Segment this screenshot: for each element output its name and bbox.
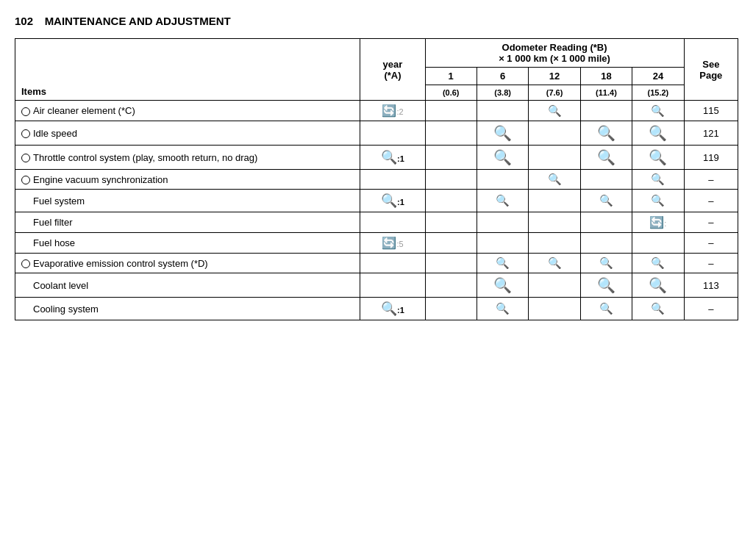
table-row: Idle speed🔍🔍🔍121 [15, 121, 738, 146]
see-page-value: – [708, 237, 713, 248]
see-page-cell: – [684, 233, 738, 254]
item-label: Cooling system [33, 304, 99, 315]
table-row: Cooling system🔍:1🔍🔍🔍– [15, 298, 738, 320]
odo_12-cell: 🔍 [529, 101, 580, 121]
odo-col-6-km: 6 [500, 71, 505, 82]
odo_6-cell: 🔍 [477, 190, 528, 212]
odo-col-18-km: 18 [601, 71, 611, 82]
item-cell: Fuel filter [15, 212, 360, 233]
item-cell: Fuel system [15, 190, 360, 212]
odo_12-cell [529, 233, 580, 254]
odo_18-cell: 🔍 [580, 121, 632, 146]
page-number: 102 [15, 15, 33, 27]
year-cell [360, 212, 425, 233]
odo_18-cell [580, 170, 632, 190]
odo_6-cell: 🔍 [477, 273, 528, 298]
odo_1-cell [425, 170, 477, 190]
odo_18-cell: 🔍 [580, 190, 632, 212]
page-header: 102 MAINTENANCE AND ADJUSTMENT [15, 15, 738, 27]
odo_24-cell: 🔍 [632, 298, 684, 320]
item-label: Fuel hose [33, 237, 75, 248]
odo_18-cell: 🔍 [580, 254, 632, 273]
year-cell [360, 254, 425, 273]
see-page-cell: – [684, 298, 738, 320]
circle-marker [21, 107, 30, 116]
odo_1-cell [425, 101, 477, 121]
header-row-1: Items year(*A) Odometer Reading (*B)× 1 … [15, 39, 738, 68]
odo_6-cell: 🔍 [477, 298, 528, 320]
item-label: Fuel filter [33, 217, 72, 228]
odo_1-cell [425, 190, 477, 212]
odo-col-24-km: 24 [653, 71, 663, 82]
odo-col-12-mile: (7.6) [546, 88, 563, 97]
year-cell: 🔄:5 [360, 233, 425, 254]
odo_1-cell [425, 254, 477, 273]
odo_12-cell [529, 190, 580, 212]
see-page-cell: 121 [684, 121, 738, 146]
year-cell [360, 170, 425, 190]
odo_18-cell [580, 233, 632, 254]
odo_6-cell [477, 233, 528, 254]
odo_12-cell [529, 212, 580, 233]
item-cell: Cooling system [15, 298, 360, 320]
odo_6-cell: 🔍 [477, 254, 528, 273]
year-cell: 🔄:2 [360, 101, 425, 121]
odo_1-cell [425, 121, 477, 146]
odo_12-cell [529, 273, 580, 298]
table-row: Evaporative emission control system (*D)… [15, 254, 738, 273]
table-row: Fuel hose🔄:5– [15, 233, 738, 254]
see-page-value: – [708, 304, 713, 315]
odo_12-cell [529, 298, 580, 320]
odo_6-cell: 🔍 [477, 146, 528, 170]
see-page-value: – [708, 195, 713, 207]
item-cell: Coolant level [15, 273, 360, 298]
odo_24-cell [632, 233, 684, 254]
see-page-cell: – [684, 254, 738, 273]
odo_24-cell: 🔍 [632, 170, 684, 190]
see-page-value: 119 [703, 152, 719, 163]
item-label: Throttle control system (play, smooth re… [33, 152, 257, 163]
table-row: Coolant level🔍🔍🔍113 [15, 273, 738, 298]
odo_24-cell: 🔍 [632, 254, 684, 273]
year-cell [360, 121, 425, 146]
odo_6-cell: 🔍 [477, 121, 528, 146]
odo_1-cell [425, 233, 477, 254]
year-cell: 🔍:1 [360, 146, 425, 170]
odo-col-1-mile: (0.6) [443, 88, 460, 97]
item-cell: Engine vacuum synchronization [15, 170, 360, 190]
odo_24-cell: 🔄: [632, 212, 684, 233]
odo-col-12-km: 12 [549, 71, 560, 82]
item-label: Coolant level [33, 280, 88, 291]
table-row: Throttle control system (play, smooth re… [15, 146, 738, 170]
odo_6-cell [477, 170, 528, 190]
item-label: Engine vacuum synchronization [33, 174, 168, 185]
see-page-cell: – [684, 170, 738, 190]
odo_12-cell [529, 121, 580, 146]
see-page-cell: – [684, 212, 738, 233]
item-cell: Air cleaner element (*C) [15, 101, 360, 121]
year-header: year(*A) [383, 59, 403, 81]
table-row: Fuel system🔍:1🔍🔍🔍– [15, 190, 738, 212]
item-label: Air cleaner element (*C) [33, 105, 135, 116]
see-page-cell: 115 [684, 101, 738, 121]
odo_1-cell [425, 273, 477, 298]
odo_12-cell [529, 146, 580, 170]
year-cell: 🔍:1 [360, 298, 425, 320]
odo_12-cell: 🔍 [529, 254, 580, 273]
item-label: Evaporative emission control system (*D) [33, 258, 208, 269]
see-page-cell: 119 [684, 146, 738, 170]
table-row: Air cleaner element (*C)🔄:2🔍🔍115 [15, 101, 738, 121]
odo_1-cell [425, 146, 477, 170]
item-cell: Idle speed [15, 121, 360, 146]
table-row: Engine vacuum synchronization🔍🔍– [15, 170, 738, 190]
see-page-value: – [708, 174, 713, 185]
circle-marker [21, 129, 30, 138]
odo_6-cell [477, 212, 528, 233]
odo_24-cell: 🔍 [632, 121, 684, 146]
odo-col-1-km: 1 [449, 71, 454, 82]
item-cell: Fuel hose [15, 233, 360, 254]
odo_24-cell: 🔍 [632, 273, 684, 298]
odo_24-cell: 🔍 [632, 146, 684, 170]
odo_24-cell: 🔍 [632, 101, 684, 121]
odo-col-24-mile: (15.2) [648, 88, 669, 97]
